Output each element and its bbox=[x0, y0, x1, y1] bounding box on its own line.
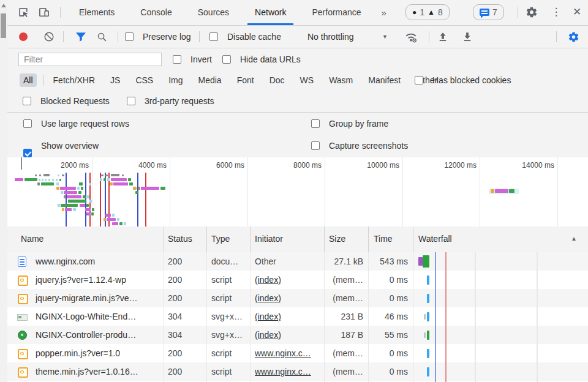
filter-type-img[interactable]: Img bbox=[165, 73, 186, 87]
column-header-initiator[interactable]: Initiator bbox=[255, 234, 283, 244]
tab-elements[interactable]: Elements bbox=[66, 0, 127, 25]
overview-bar bbox=[92, 208, 94, 211]
throttling-select[interactable]: No throttling bbox=[307, 32, 353, 42]
tab-performance[interactable]: Performance bbox=[299, 0, 374, 25]
overview-bar bbox=[101, 174, 104, 176]
more-tabs-button[interactable]: » bbox=[374, 1, 394, 25]
disable-cache-checkbox[interactable] bbox=[209, 32, 218, 41]
filter-type-ws[interactable]: WS bbox=[296, 73, 318, 87]
network-settings-gear-icon[interactable] bbox=[568, 31, 579, 43]
blocked-requests-label: Blocked Requests bbox=[40, 96, 110, 106]
overview-bar bbox=[112, 222, 118, 225]
request-row[interactable]: jquery.js?ver=1.12.4-wp200script(index)(… bbox=[7, 271, 588, 289]
initiator-link[interactable]: (index) bbox=[255, 312, 281, 321]
import-har-icon[interactable] bbox=[437, 31, 448, 42]
record-button[interactable] bbox=[19, 32, 28, 41]
use-large-rows-checkbox[interactable] bbox=[23, 119, 32, 128]
column-header-size[interactable]: Size bbox=[329, 234, 345, 244]
filter-input[interactable] bbox=[18, 53, 162, 66]
chevron-down-icon[interactable]: ▼ bbox=[382, 34, 388, 40]
filter-type-manifest[interactable]: Manifest bbox=[364, 73, 404, 87]
request-size: (mem… bbox=[324, 344, 363, 362]
close-devtools-icon[interactable]: ✕ bbox=[571, 6, 583, 18]
group-by-frame-checkbox[interactable] bbox=[311, 119, 320, 128]
request-initiator: (index) bbox=[255, 326, 321, 344]
filter-type-js[interactable]: JS bbox=[107, 73, 124, 87]
request-row[interactable]: popper.min.js?ver=1.0200scriptwww.nginx.… bbox=[7, 344, 588, 362]
tab-sources[interactable]: Sources bbox=[185, 0, 242, 25]
filter-type-doc[interactable]: Doc bbox=[266, 73, 288, 87]
initiator-text: Other bbox=[255, 257, 276, 266]
request-row[interactable]: jquery-migrate.min.js?ve…200script(index… bbox=[7, 289, 588, 307]
filter-funnel-icon[interactable] bbox=[75, 32, 86, 42]
timeline-tick-label: 14000 ms bbox=[522, 161, 557, 170]
blocked-requests-checkbox[interactable] bbox=[23, 97, 31, 105]
column-header-time[interactable]: Time bbox=[374, 234, 393, 244]
export-har-icon[interactable] bbox=[462, 31, 473, 42]
network-overview-timeline[interactable]: 2000 ms4000 ms6000 ms8000 ms10000 ms1200… bbox=[7, 157, 588, 227]
request-row[interactable]: NGINX-Logo-White-End…304svg+x…(index)231… bbox=[7, 307, 588, 326]
overview-bar bbox=[77, 187, 80, 190]
image-file-icon bbox=[17, 314, 28, 321]
column-header-waterfall[interactable]: Waterfall bbox=[418, 234, 452, 244]
errors-warnings-badge[interactable]: ● 1 ▲ 8 bbox=[405, 4, 450, 20]
scroll-up-arrow-icon[interactable] bbox=[1, 4, 6, 7]
error-icon: ● bbox=[412, 8, 417, 17]
tab-console[interactable]: Console bbox=[127, 0, 184, 25]
column-header-name[interactable]: Name bbox=[21, 234, 43, 244]
clear-network-log-icon[interactable] bbox=[43, 31, 55, 42]
overview-bar bbox=[119, 222, 123, 225]
options-row-1: Use large request rows Group by frame bbox=[7, 113, 588, 135]
initiator-link[interactable]: (index) bbox=[255, 293, 281, 303]
request-initiator: (index) bbox=[255, 307, 321, 326]
scrollbar-thumb[interactable] bbox=[1, 13, 6, 38]
third-party-requests-checkbox[interactable] bbox=[127, 97, 135, 105]
filter-type-fetch-xhr[interactable]: Fetch/XHR bbox=[50, 73, 99, 87]
waterfall-bar bbox=[424, 332, 426, 338]
filter-type-media[interactable]: Media bbox=[195, 73, 225, 87]
request-row[interactable]: NGINX-Controller-produ…304svg+x…(index)1… bbox=[7, 326, 588, 344]
show-overview-checkbox[interactable] bbox=[23, 149, 32, 157]
overview-bar bbox=[138, 187, 140, 190]
filter-type-all[interactable]: All bbox=[20, 73, 37, 87]
image-file-icon bbox=[18, 331, 27, 340]
invert-checkbox[interactable] bbox=[173, 55, 181, 64]
overview-bar bbox=[52, 179, 54, 181]
capture-screenshots-checkbox[interactable] bbox=[311, 141, 320, 150]
request-name: jquery.js?ver=1.12.4-wp bbox=[36, 271, 158, 289]
dcl-event-line bbox=[137, 173, 138, 227]
filter-type-wasm[interactable]: Wasm bbox=[325, 73, 356, 87]
column-header-status[interactable]: Status bbox=[168, 234, 192, 244]
kebab-menu-icon[interactable]: ⋮ bbox=[550, 6, 562, 18]
script-file-icon bbox=[18, 367, 28, 378]
has-blocked-cookies-checkbox[interactable] bbox=[415, 76, 423, 84]
overview-bar bbox=[112, 214, 115, 217]
hide-data-urls-checkbox[interactable] bbox=[222, 55, 231, 64]
settings-gear-icon[interactable] bbox=[526, 6, 538, 18]
initiator-link[interactable]: (index) bbox=[255, 275, 281, 285]
tab-network[interactable]: Network bbox=[242, 0, 299, 25]
overview-bar bbox=[124, 222, 126, 225]
filter-type-font[interactable]: Font bbox=[233, 73, 258, 87]
request-row[interactable]: theme.min.js?ver=1.0.16…200scriptwww.ngi… bbox=[7, 362, 588, 381]
inspect-element-icon[interactable] bbox=[17, 6, 29, 18]
request-size: 187 B bbox=[324, 326, 363, 344]
overview-bar bbox=[91, 212, 94, 215]
network-conditions-icon[interactable] bbox=[404, 31, 418, 43]
request-type: script bbox=[211, 289, 247, 307]
search-icon[interactable] bbox=[97, 32, 107, 42]
initiator-link[interactable]: www.nginx.c… bbox=[255, 367, 311, 376]
sort-ascending-icon[interactable]: ▲ bbox=[571, 235, 577, 242]
initiator-link[interactable]: (index) bbox=[255, 330, 281, 340]
preserve-log-checkbox[interactable] bbox=[125, 32, 134, 41]
request-time: 55 ms bbox=[368, 326, 408, 344]
overview-bar bbox=[100, 178, 102, 181]
issues-badge[interactable]: 7 bbox=[473, 4, 504, 20]
device-toolbar-icon[interactable] bbox=[38, 6, 50, 18]
waterfall-bar bbox=[427, 294, 429, 303]
request-row[interactable]: www.nginx.com200docu…Other27.1 kB543 ms bbox=[7, 252, 588, 271]
filter-type-css[interactable]: CSS bbox=[132, 73, 157, 87]
overview-bar bbox=[73, 208, 76, 211]
column-header-type[interactable]: Type bbox=[211, 234, 230, 244]
initiator-link[interactable]: www.nginx.c… bbox=[255, 348, 311, 358]
